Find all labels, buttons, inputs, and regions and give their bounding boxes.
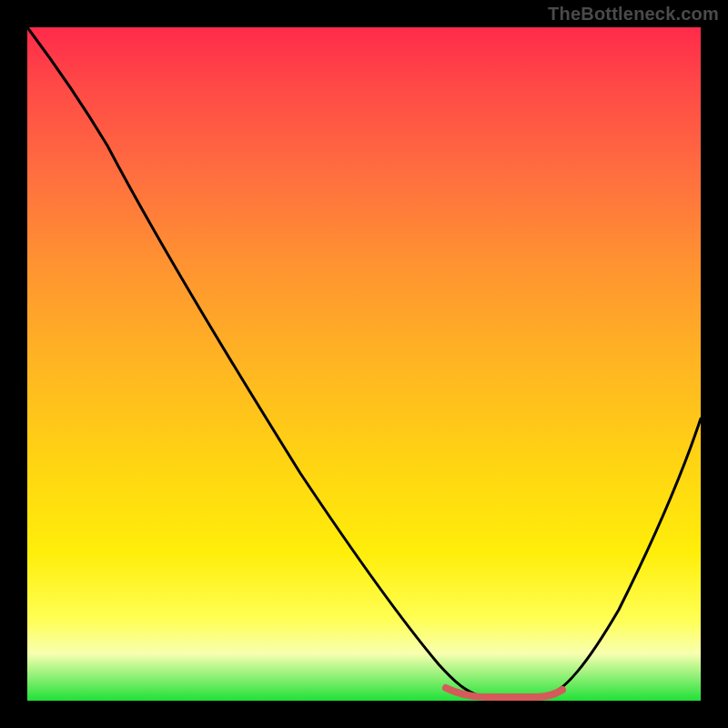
- bottleneck-curve: [27, 27, 701, 701]
- chart-frame: TheBottleneck.com: [0, 0, 728, 728]
- watermark-text: TheBottleneck.com: [548, 4, 719, 25]
- plot-area: [27, 27, 701, 701]
- curve-path: [27, 27, 701, 696]
- valley-highlight: [446, 688, 562, 697]
